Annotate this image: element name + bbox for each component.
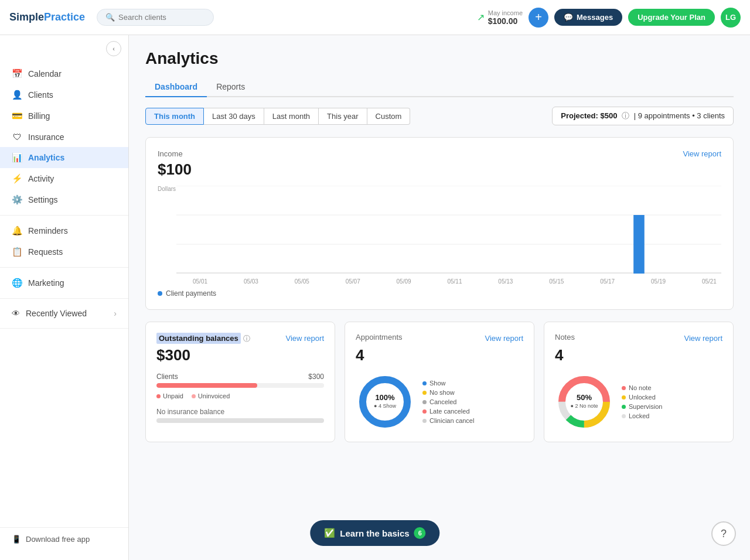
info-icon[interactable]: ⓘ bbox=[622, 111, 629, 120]
sidebar-item-calendar[interactable]: 📅 Calendar bbox=[0, 63, 128, 84]
filter-last-month[interactable]: Last month bbox=[264, 108, 319, 125]
sidebar-item-insurance[interactable]: 🛡 Insurance bbox=[0, 127, 128, 147]
outstanding-help-icon[interactable]: ⓘ bbox=[243, 334, 250, 343]
badge-count: 6 bbox=[414, 527, 426, 539]
income-view-report[interactable]: View report bbox=[683, 149, 721, 158]
legend-label: Client payments bbox=[166, 289, 216, 298]
search-icon: 🔍 bbox=[105, 13, 115, 22]
upgrade-button[interactable]: Upgrade Your Plan bbox=[628, 9, 715, 26]
projected-label: Projected: $500 bbox=[561, 111, 617, 120]
filter-last-30[interactable]: Last 30 days bbox=[204, 108, 264, 125]
download-app-label: Download free app bbox=[26, 535, 90, 544]
sidebar-collapse: ‹ bbox=[0, 35, 128, 59]
avatar[interactable]: LG bbox=[721, 8, 741, 28]
notes-view-report[interactable]: View report bbox=[684, 334, 722, 343]
nav-group-secondary: 🔔 Reminders 📋 Requests bbox=[0, 216, 128, 268]
sidebar: ‹ 📅 Calendar 👤 Clients 💳 Billing 🛡 I bbox=[0, 35, 129, 560]
filter-bar: This month Last 30 days Last month This … bbox=[145, 107, 734, 125]
svg-text:100%: 100% bbox=[375, 393, 395, 402]
late-canceled-label: Late canceled bbox=[429, 408, 470, 415]
notes-card: Notes View report 4 50% ● 2 No note bbox=[544, 322, 734, 442]
messages-button[interactable]: 💬 Messages bbox=[554, 9, 622, 26]
clients-progress-bar bbox=[156, 383, 324, 388]
canceled-label: Canceled bbox=[429, 398, 456, 405]
insurance-icon: 🛡 bbox=[12, 132, 22, 142]
notes-legend: No note Unlocked Supervision Locked bbox=[622, 384, 662, 419]
appointments-card: Appointments View report 4 100% ● 4 Show bbox=[345, 322, 534, 442]
sidebar-item-activity[interactable]: ⚡ Activity bbox=[0, 168, 128, 189]
outstanding-view-report[interactable]: View report bbox=[285, 334, 324, 343]
noshow-label: No show bbox=[429, 389, 455, 396]
notes-donut: 50% ● 2 No note bbox=[555, 373, 613, 431]
income-amount: $100 bbox=[158, 161, 721, 179]
appointments-view-report[interactable]: View report bbox=[485, 334, 523, 343]
sidebar-item-recently-viewed[interactable]: 👁 Recently Viewed › bbox=[0, 303, 128, 323]
sidebar-item-label: Marketing bbox=[28, 278, 64, 288]
show-dot bbox=[422, 381, 427, 385]
trend-icon: ↗ bbox=[477, 12, 485, 23]
search-input[interactable] bbox=[118, 13, 200, 22]
nav-group-tertiary: 🌐 Marketing bbox=[0, 268, 128, 299]
noshow-dot bbox=[422, 391, 427, 395]
balance-legend: Unpaid Uninvoiced bbox=[156, 392, 324, 399]
clinician-cancel-label: Clinician cancel bbox=[429, 417, 474, 424]
appointments-title: Appointments bbox=[356, 333, 403, 342]
sidebar-item-label: Calendar bbox=[28, 69, 62, 78]
income-chart: 200 100 0 bbox=[176, 186, 721, 274]
appointments-count: 4 bbox=[356, 346, 523, 364]
reminders-icon: 🔔 bbox=[12, 226, 22, 236]
show-label: Show bbox=[429, 380, 446, 387]
recently-viewed-icon: 👁 bbox=[12, 309, 20, 318]
projected-info: Projected: $500 ⓘ | 9 appointments • 3 c… bbox=[552, 107, 734, 125]
svg-text:50%: 50% bbox=[577, 393, 592, 402]
sidebar-item-label: Settings bbox=[28, 195, 58, 204]
sidebar-item-clients[interactable]: 👤 Clients bbox=[0, 84, 128, 105]
locked-label: Locked bbox=[629, 412, 649, 419]
income-card-header: Income View report bbox=[158, 149, 721, 158]
filter-custom[interactable]: Custom bbox=[367, 108, 411, 125]
sidebar-item-reminders[interactable]: 🔔 Reminders bbox=[0, 220, 128, 241]
appointments-donut: 100% ● 4 Show bbox=[356, 373, 414, 431]
settings-icon: ⚙️ bbox=[12, 194, 22, 205]
chevron-right-icon: › bbox=[114, 309, 117, 318]
help-button[interactable]: ? bbox=[711, 521, 736, 546]
unpaid-label: Unpaid bbox=[163, 392, 183, 399]
main-content: Analytics Dashboard Reports This month L… bbox=[129, 35, 750, 560]
tab-dashboard[interactable]: Dashboard bbox=[145, 77, 207, 97]
sidebar-item-analytics[interactable]: 📊 Analytics bbox=[0, 147, 128, 168]
insurance-bar bbox=[156, 418, 324, 423]
outstanding-title: Outstanding balances bbox=[156, 333, 241, 344]
svg-text:● 2 No note: ● 2 No note bbox=[571, 403, 598, 409]
chart-x-labels: 05/0105/0305/0505/07 05/0905/1105/1305/1… bbox=[176, 278, 721, 285]
filter-this-year[interactable]: This year bbox=[319, 108, 367, 125]
search-bar[interactable]: 🔍 bbox=[97, 9, 214, 26]
unpaid-bar bbox=[156, 383, 257, 388]
add-button[interactable]: + bbox=[529, 8, 548, 28]
unpaid-legend: Unpaid bbox=[156, 392, 183, 399]
uninvoiced-dot bbox=[192, 394, 196, 398]
check-icon: ✅ bbox=[324, 528, 335, 538]
appointments-legend: Show No show Canceled Late canceled bbox=[422, 380, 474, 424]
filter-this-month[interactable]: This month bbox=[145, 108, 204, 125]
download-app-link[interactable]: 📱 Download free app bbox=[12, 535, 117, 544]
may-income-label: May income bbox=[488, 9, 523, 16]
collapse-button[interactable]: ‹ bbox=[106, 41, 121, 56]
legend-dot bbox=[158, 291, 162, 296]
notes-count: 4 bbox=[555, 346, 722, 364]
unpaid-dot bbox=[156, 394, 161, 398]
outstanding-card: Outstanding balances ⓘ View report $300 … bbox=[145, 322, 335, 442]
sidebar-item-settings[interactable]: ⚙️ Settings bbox=[0, 189, 128, 210]
tab-reports[interactable]: Reports bbox=[207, 77, 254, 97]
sidebar-item-billing[interactable]: 💳 Billing bbox=[0, 105, 128, 127]
clients-progress-row: Clients $300 bbox=[156, 373, 324, 381]
appointments-donut-area: 100% ● 4 Show Show No show bbox=[356, 373, 523, 431]
calendar-icon: 📅 bbox=[12, 69, 22, 79]
svg-point-9 bbox=[363, 380, 407, 424]
svg-rect-7 bbox=[633, 215, 645, 274]
no-note-dot bbox=[622, 386, 626, 390]
clients-icon: 👤 bbox=[12, 90, 22, 100]
sidebar-item-marketing[interactable]: 🌐 Marketing bbox=[0, 272, 128, 293]
svg-text:● 4 Show: ● 4 Show bbox=[374, 403, 396, 409]
sidebar-item-requests[interactable]: 📋 Requests bbox=[0, 241, 128, 262]
learn-basics-button[interactable]: ✅ Learn the basics 6 bbox=[310, 520, 439, 546]
